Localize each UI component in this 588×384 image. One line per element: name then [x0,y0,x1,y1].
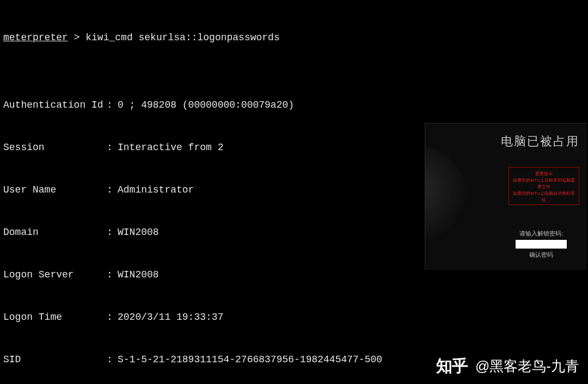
prompt-line: meterpreter > kiwi_cmd sekurlsa::logonpa… [3,30,585,45]
ransom-password-input[interactable] [516,240,567,249]
sid-label: SID [3,352,107,367]
logon-server-label: Logon Server [3,268,107,282]
username-label: User Name [3,183,107,197]
zhihu-logo: 知乎 [436,355,468,377]
ransom-overlay: 电脑已被占用 重要提示 如需您的MTU上目标库和电脑重要文件 如需您的MTU上电… [425,123,587,270]
ransom-warning-box: 重要提示 如需您的MTU上目标库和电脑重要文件 如需您的MTU上电脑自动将时系统 [509,167,579,205]
zhihu-author: @黑客老鸟-九青 [475,357,579,376]
auth-id-value: 0 ; 498208 (00000000:00079a20) [118,98,294,112]
ransom-confirm-button[interactable]: 确认密码 [503,251,579,259]
sid-value: S-1-5-21-2189311154-2766837956-198244547… [118,352,382,367]
domain-value: WIN2008 [118,225,159,239]
command-text: kiwi_cmd sekurlsa::logonpasswords [85,32,279,43]
logon-time-row: Logon Time: 2020/3/11 19:33:37 [3,310,585,324]
session-label: Session [3,140,107,154]
username-value: Administrator [118,183,194,197]
auth-id-label: Authentication Id [3,98,107,112]
prompt-separator: > [74,32,80,43]
ransom-face-image [425,145,469,254]
domain-label: Domain [3,225,107,239]
logon-time-value: 2020/3/11 19:33:37 [118,310,223,324]
ransom-box-line2: 如需您的MTU上目标库和电脑重要文件 [511,177,577,190]
prompt-label: meterpreter [3,32,68,43]
ransom-unlock-label: 请输入解锁密码: [503,230,579,238]
ransom-box-line3: 如需您的MTU上电脑自动将时系统 [511,190,577,203]
zhihu-watermark: 知乎 @黑客老鸟-九青 [436,355,579,377]
session-value: Interactive from 2 [118,140,223,154]
ransom-title: 电脑已被占用 [501,133,579,150]
logon-server-value: WIN2008 [118,268,159,282]
logon-time-label: Logon Time [3,310,107,324]
ransom-unlock-area: 请输入解锁密码: 确认密码 [503,230,579,259]
auth-id-row: Authentication Id: 0 ; 498208 (00000000:… [3,98,585,112]
ransom-box-line1: 重要提示 [511,171,577,177]
